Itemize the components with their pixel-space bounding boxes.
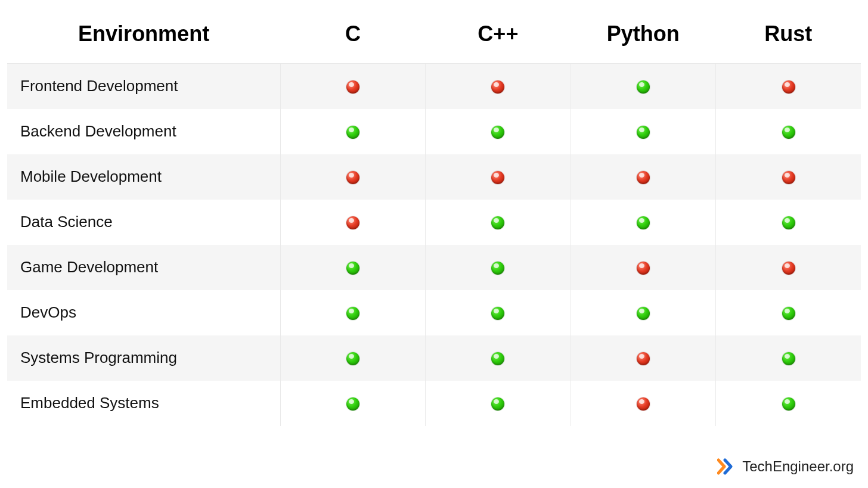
status-cell [716, 335, 861, 381]
chevrons-icon [717, 458, 736, 475]
table-row: Data Science [7, 200, 861, 245]
header-cpp: C++ [426, 10, 571, 64]
environment-cell: Backend Development [7, 109, 280, 154]
status-cell [716, 154, 861, 200]
status-dot-red-icon [346, 216, 359, 229]
comparison-table: Environment C C++ Python Rust Frontend D… [7, 10, 861, 426]
status-dot-red-icon [346, 171, 359, 184]
status-cell [280, 290, 425, 335]
status-dot-green-icon [346, 307, 359, 320]
environment-cell: Embedded Systems [7, 381, 280, 426]
status-dot-green-icon [491, 307, 504, 320]
status-cell [280, 200, 425, 245]
status-cell [571, 290, 715, 335]
status-dot-red-icon [637, 262, 650, 275]
status-cell [716, 245, 861, 290]
status-cell [426, 290, 571, 335]
table-row: Systems Programming [7, 335, 861, 381]
header-environment: Environment [7, 10, 280, 64]
status-dot-green-icon [491, 397, 504, 411]
status-dot-green-icon [637, 80, 650, 94]
status-dot-green-icon [491, 352, 504, 365]
status-dot-green-icon [782, 352, 795, 365]
status-dot-green-icon [637, 307, 650, 320]
table-row: Frontend Development [7, 64, 861, 109]
status-cell [426, 245, 571, 290]
status-dot-green-icon [346, 262, 359, 275]
status-cell [716, 64, 861, 109]
status-dot-green-icon [491, 126, 504, 139]
status-cell [280, 64, 425, 109]
status-dot-green-icon [491, 262, 504, 275]
status-cell [571, 245, 715, 290]
status-cell [280, 245, 425, 290]
status-cell [280, 154, 425, 200]
status-dot-red-icon [782, 262, 795, 275]
table-row: Mobile Development [7, 154, 861, 200]
status-cell [426, 64, 571, 109]
status-dot-green-icon [782, 216, 795, 229]
header-c: C [280, 10, 425, 64]
status-cell [571, 64, 715, 109]
status-dot-red-icon [782, 80, 795, 94]
attribution-footer: TechEngineer.org [717, 458, 854, 475]
header-python: Python [571, 10, 715, 64]
status-cell [571, 154, 715, 200]
environment-cell: Systems Programming [7, 335, 280, 381]
status-cell [716, 200, 861, 245]
header-rust: Rust [716, 10, 861, 64]
table-header-row: Environment C C++ Python Rust [7, 10, 861, 64]
footer-site-name: TechEngineer.org [742, 458, 854, 475]
status-dot-red-icon [491, 171, 504, 184]
status-dot-green-icon [782, 126, 795, 139]
status-cell [426, 335, 571, 381]
status-cell [426, 109, 571, 154]
status-dot-green-icon [491, 216, 504, 229]
status-dot-green-icon [637, 216, 650, 229]
environment-cell: DevOps [7, 290, 280, 335]
status-dot-green-icon [637, 126, 650, 139]
status-cell [571, 335, 715, 381]
table-row: Backend Development [7, 109, 861, 154]
status-cell [426, 200, 571, 245]
status-cell [426, 381, 571, 426]
status-cell [280, 335, 425, 381]
table-row: DevOps [7, 290, 861, 335]
status-cell [426, 154, 571, 200]
status-dot-red-icon [637, 352, 650, 365]
environment-cell: Game Development [7, 245, 280, 290]
status-dot-red-icon [637, 171, 650, 184]
status-dot-red-icon [346, 80, 359, 94]
status-cell [571, 381, 715, 426]
status-dot-red-icon [637, 397, 650, 411]
status-dot-green-icon [782, 397, 795, 411]
status-cell [716, 109, 861, 154]
status-cell [280, 109, 425, 154]
status-dot-green-icon [346, 397, 359, 411]
environment-cell: Data Science [7, 200, 280, 245]
table-row: Game Development [7, 245, 861, 290]
status-cell [716, 290, 861, 335]
status-dot-red-icon [782, 171, 795, 184]
status-cell [571, 200, 715, 245]
status-dot-green-icon [346, 352, 359, 365]
status-cell [571, 109, 715, 154]
table-row: Embedded Systems [7, 381, 861, 426]
status-dot-green-icon [346, 126, 359, 139]
environment-cell: Mobile Development [7, 154, 280, 200]
status-cell [280, 381, 425, 426]
status-dot-green-icon [782, 307, 795, 320]
environment-cell: Frontend Development [7, 64, 280, 109]
status-cell [716, 381, 861, 426]
status-dot-red-icon [491, 80, 504, 94]
